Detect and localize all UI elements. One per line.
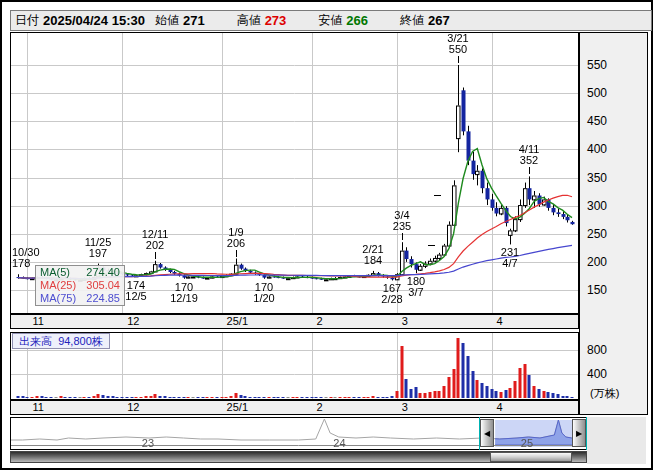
chart-window-frame: 日付 2025/04/24 15:30 始値 271 高値 273 安値 266… (0, 0, 653, 470)
price-axis-tick-label: 400 (587, 142, 607, 156)
ma25-value: 305.04 (86, 279, 120, 292)
month-axis-label: 2 (317, 401, 323, 413)
price-axis-tick-label: 450 (587, 114, 607, 128)
volume-axis-tick-label: 800 (587, 343, 607, 357)
open-value: 271 (183, 13, 205, 28)
navigator-right-filler (587, 417, 646, 464)
navigator-right-arrow-button[interactable]: ▶ (572, 419, 586, 447)
price-axis-tick-label: 200 (587, 255, 607, 269)
month-axis-label: 4 (497, 315, 503, 327)
close-label: 終値 (400, 12, 424, 29)
ma75-label: MA(75) (40, 292, 76, 305)
volume-axis-unit-label: (万株) (590, 386, 619, 401)
volume-label: 出来高 (19, 335, 52, 347)
volume-legend-box: 出来高 94,800株 (12, 333, 110, 349)
ma75-value: 224.85 (86, 292, 120, 305)
navigator-range-end-marker (586, 417, 587, 450)
ma-legend-box: MA(5) 274.40 MA(25) 305.04 MA(75) 224.85 (35, 265, 125, 306)
month-axis-upper: 111225/1234 (10, 314, 579, 329)
price-axis-tick-label: 550 (587, 58, 607, 72)
horizontal-scrollbar-track[interactable] (10, 451, 587, 463)
price-axis-tick-label: 250 (587, 227, 607, 241)
price-axis-column: 550500450400350300250200150800400(万株) (579, 32, 648, 415)
ma5-label: MA(5) (40, 266, 70, 279)
navigator-year-label: 24 (333, 437, 345, 449)
low-label: 安値 (318, 12, 342, 29)
navigator-year-label: 25 (521, 437, 533, 449)
price-axis-tick-label: 500 (587, 86, 607, 100)
navigator-left-arrow-button[interactable]: ◀ (480, 419, 494, 447)
month-axis-label: 3 (402, 315, 408, 327)
date-value: 2025/04/24 15:30 (43, 13, 145, 28)
month-axis-label: 11 (32, 315, 43, 327)
quote-header-bar: 日付 2025/04/24 15:30 始値 271 高値 273 安値 266… (10, 10, 652, 31)
open-label: 始値 (155, 12, 179, 29)
month-axis-label: 4 (497, 401, 503, 413)
price-axis-tick-label: 150 (587, 283, 607, 297)
horizontal-scrollbar-thumb[interactable] (490, 452, 572, 462)
price-axis-tick-label: 300 (587, 199, 607, 213)
navigator-canvas[interactable] (11, 418, 586, 449)
month-axis-label: 3 (402, 401, 408, 413)
close-value: 267 (428, 13, 450, 28)
high-value: 273 (265, 13, 287, 28)
date-label: 日付 (15, 12, 39, 29)
month-axis-label: 2 (317, 315, 323, 327)
month-axis-label: 12 (127, 401, 139, 413)
ma5-value: 274.40 (86, 266, 120, 279)
month-axis-label: 11 (32, 401, 43, 413)
ma75-row: MA(75) 224.85 (36, 292, 124, 305)
ma25-row: MA(25) 305.04 (36, 279, 124, 292)
high-label: 高値 (237, 12, 261, 29)
price-axis-tick-label: 350 (587, 171, 607, 185)
low-value: 266 (346, 13, 368, 28)
volume-value: 94,800株 (58, 335, 103, 347)
month-axis-label: 25/1 (227, 401, 248, 413)
volume-axis-tick-label: 400 (587, 367, 607, 381)
ma25-label: MA(25) (40, 279, 76, 292)
range-navigator-panel[interactable]: 232425 (10, 417, 587, 450)
ma5-row: MA(5) 274.40 (36, 266, 124, 279)
month-axis-lower: 111225/1234 (10, 400, 579, 415)
month-axis-label: 25/1 (227, 315, 248, 327)
month-axis-label: 12 (127, 315, 139, 327)
navigator-year-label: 23 (142, 437, 154, 449)
